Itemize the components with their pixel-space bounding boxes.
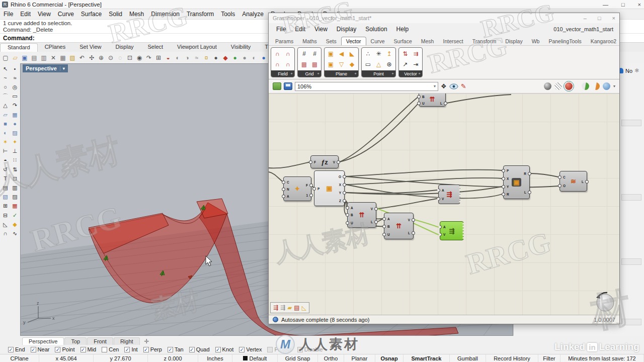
print-icon[interactable]: ▤: [30, 53, 39, 62]
group-icon[interactable]: ⊟: [1, 211, 10, 220]
custom-preview-gem-icon[interactable]: [603, 82, 610, 90]
maximize-button[interactable]: □: [621, 2, 625, 8]
expand-group-icon[interactable]: +: [391, 71, 394, 76]
input-port-Y[interactable]: [502, 185, 505, 189]
closest-point-icon[interactable]: ✳: [373, 48, 384, 59]
new-file-icon[interactable]: ▢: [1, 53, 10, 62]
osnap-vertex[interactable]: ✓Vertex: [239, 346, 262, 352]
no-preview-gem-icon[interactable]: [544, 82, 551, 90]
align-plane-icon[interactable]: ◀: [336, 48, 347, 59]
gh-menu-help[interactable]: Help: [392, 26, 414, 33]
chevron-down-icon[interactable]: ▾: [60, 66, 65, 71]
wire[interactable]: [340, 103, 419, 162]
status-filter[interactable]: Filter: [538, 354, 560, 362]
minimize-button[interactable]: —: [603, 2, 608, 8]
polygon-icon[interactable]: △: [1, 101, 10, 110]
output-port-L[interactable]: [528, 191, 531, 194]
select-icon[interactable]: ↖: [1, 64, 10, 73]
ellipse-icon[interactable]: ◎: [10, 82, 20, 92]
node-vector-display-gray[interactable]: ⇶AV: [438, 185, 460, 204]
osnap-tan[interactable]: ✓Tan: [168, 346, 184, 352]
copy-to-clipboard-icon[interactable]: ▥: [39, 53, 48, 62]
ghosted-view-icon[interactable]: ◐: [173, 53, 182, 62]
checkbox-near[interactable]: ✓: [31, 347, 36, 352]
distribute-icon[interactable]: ▥: [10, 183, 20, 192]
pan-icon[interactable]: ✣: [87, 53, 96, 62]
input-port-N[interactable]: [282, 188, 285, 191]
close-button[interactable]: ×: [612, 15, 615, 21]
checkbox-end[interactable]: ✓: [8, 347, 14, 352]
toolbar-tab-display[interactable]: Display: [108, 43, 140, 52]
paste-icon[interactable]: ▧: [68, 53, 77, 62]
expand-group-icon[interactable]: +: [290, 71, 293, 76]
field-spin-icon[interactable]: ∩: [272, 59, 283, 69]
dot-icon[interactable]: ⊡: [10, 174, 20, 183]
delete-icon[interactable]: ✕: [49, 53, 58, 62]
checkbox-disable[interactable]: [297, 347, 303, 352]
rectangle-icon[interactable]: ▭: [10, 92, 20, 101]
gh-menu-edit[interactable]: Edit: [290, 26, 310, 33]
status-osnap[interactable]: Osnap: [375, 354, 404, 362]
unit-vector-icon[interactable]: ↗: [400, 59, 411, 69]
gh-tab-intersect[interactable]: Intersect: [438, 37, 467, 45]
canvas-compass-widget[interactable]: [594, 291, 616, 313]
input-port-B[interactable]: [417, 95, 421, 99]
node-deconstruct-plane[interactable]: ▣POXYZ: [314, 170, 345, 206]
polyline-icon[interactable]: ~: [1, 73, 10, 82]
wire-selected[interactable]: [415, 220, 439, 227]
input-port-U[interactable]: [346, 221, 349, 225]
minimize-button[interactable]: –: [584, 15, 587, 21]
menu-edit[interactable]: Edit: [17, 11, 34, 18]
palette-group-label[interactable]: Vector+: [399, 70, 422, 77]
xray-view-icon[interactable]: ◑: [183, 53, 192, 62]
check-selection-icon[interactable]: ✓: [10, 211, 20, 220]
text-icon[interactable]: T: [1, 174, 10, 183]
toolbar-tab-select[interactable]: Select: [141, 43, 171, 52]
node-vector-display-selected[interactable]: ⇶AV: [440, 221, 464, 240]
node-vector-2pt-top[interactable]: ⇈BUL: [419, 94, 446, 107]
array-icon[interactable]: ⊞: [1, 202, 10, 211]
output-port-X[interactable]: [343, 183, 346, 187]
palette-group-label[interactable]: Grid+: [298, 70, 321, 77]
status-default[interactable]: Default: [232, 354, 278, 362]
input-port-U[interactable]: [382, 233, 386, 236]
viewport-title-tab[interactable]: Perspective ▾: [23, 64, 68, 72]
checkbox-quad[interactable]: ✓: [189, 347, 195, 352]
input-port-F[interactable]: [309, 160, 312, 164]
menu-analyze[interactable]: Analyze: [238, 11, 267, 18]
output-port-F[interactable]: [309, 184, 313, 187]
shaded-gem-icon[interactable]: [565, 82, 573, 90]
checkbox-tan[interactable]: ✓: [168, 347, 173, 352]
input-port-O[interactable]: [558, 184, 561, 188]
boolean-diff-icon[interactable]: ∷: [10, 156, 20, 165]
checkbox-perp[interactable]: ✓: [143, 347, 149, 352]
osnap-end[interactable]: ✓End: [8, 346, 25, 352]
lamp-icon[interactable]: ¤: [202, 53, 211, 62]
torus-icon[interactable]: ◐: [1, 128, 10, 137]
input-port-A[interactable]: [346, 206, 349, 210]
node-rectangle-component[interactable]: ▣PXYRRL: [503, 165, 530, 199]
sketch-tool-icon[interactable]: ⇶: [280, 304, 285, 311]
checkbox-cen[interactable]: [102, 347, 107, 352]
wire[interactable]: [447, 95, 511, 103]
gh-tab-display[interactable]: Display: [501, 37, 527, 45]
mesh-icon[interactable]: ▧: [1, 193, 10, 202]
menu-file[interactable]: File: [0, 11, 17, 18]
gh-menu-file[interactable]: File: [272, 26, 290, 33]
checkbox-vertex[interactable]: ✓: [239, 347, 245, 352]
checkbox-project[interactable]: [267, 347, 273, 352]
menu-surface[interactable]: Surface: [77, 11, 105, 18]
surface-icon[interactable]: ▱: [1, 110, 10, 119]
input-port-B[interactable]: [346, 213, 349, 217]
wire[interactable]: [377, 199, 437, 209]
patch-icon[interactable]: ▨: [10, 128, 20, 137]
node-vector-2pt-b[interactable]: ⇈ABUVL: [384, 213, 414, 239]
menu-view[interactable]: View: [34, 11, 54, 18]
node-field-component[interactable]: ✦CNAF1: [283, 176, 311, 201]
menu-tools[interactable]: Tools: [217, 11, 238, 18]
open-file-icon[interactable]: ▱: [11, 53, 20, 62]
save-document-icon[interactable]: [284, 82, 292, 90]
sphere-icon[interactable]: ●: [10, 119, 20, 128]
checkbox-knot[interactable]: ✓: [215, 347, 221, 352]
vector-2pt-icon[interactable]: ⇅: [400, 48, 411, 59]
